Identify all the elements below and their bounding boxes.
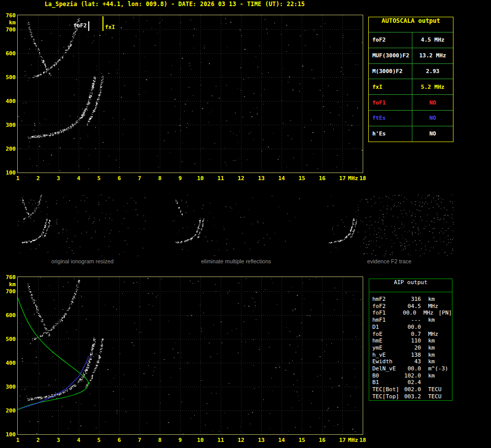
- x-tick-label: 8: [154, 437, 166, 443]
- aip-parameter-unit: km: [428, 317, 435, 324]
- autoscala-parameter-value: NO: [412, 130, 453, 137]
- aip-parameter-name: h_vE: [372, 352, 401, 359]
- aip-parameter-unit: km: [428, 372, 435, 380]
- aip-parameter-name: B0: [372, 372, 401, 380]
- x-tick-label: 4: [73, 437, 85, 443]
- autoscala-parameter-label: M(3000)F2: [369, 64, 412, 79]
- aip-output-panel: AIP output hmF2316kmfoF204.5MHzfoF100.0M…: [369, 279, 452, 401]
- x-tick-label: 14: [275, 175, 288, 182]
- aip-parameter-unit: TECU: [428, 386, 442, 393]
- aip-parameter-unit: km: [428, 344, 435, 352]
- aip-row: Ewidth43km: [369, 358, 452, 365]
- autoscala-output-panel: AUTOSCALA output foF24.5 MHzMUF(3000)F21…: [368, 17, 453, 142]
- x-tick-label: 12: [235, 437, 247, 443]
- y-tick-label: 300: [1, 122, 16, 128]
- x-axis-unit-label: MHz: [345, 175, 361, 182]
- aip-parameter-name: Ewidth: [372, 358, 401, 365]
- x-tick-label: 6: [113, 175, 125, 182]
- aip-parameter-unit: MHz: [428, 331, 438, 338]
- aip-parameter-unit: MHz: [424, 309, 434, 317]
- x-axis-unit-label: MHz: [345, 437, 361, 443]
- y-tick-label: 600: [1, 50, 16, 57]
- autoscala-parameter-value: 2.93: [412, 68, 453, 75]
- x-tick-label: 11: [215, 175, 227, 182]
- aip-parameter-value: 110: [401, 337, 421, 344]
- aip-parameter-name: foE: [372, 331, 401, 338]
- x-tick-label: 9: [174, 175, 186, 182]
- aip-parameter-unit: km: [428, 352, 435, 359]
- ionogram-canvas-bottom: [17, 277, 363, 435]
- aip-parameter-unit: km: [428, 296, 435, 303]
- x-tick-label: 16: [316, 437, 328, 443]
- autoscala-parameter-value: NO: [412, 115, 453, 121]
- x-tick-label: 12: [235, 175, 247, 182]
- aip-parameter-name: hmF1: [372, 317, 401, 324]
- aip-parameter-value: 003.2: [401, 393, 421, 400]
- aip-parameter-value: 00.0: [401, 365, 421, 372]
- autoscala-parameter-label: ftEs: [369, 111, 412, 126]
- window-title: La_Spezia (lat: +44.1, lon: 009.8) - DAT…: [45, 1, 305, 8]
- autoscala-row: M(3000)F22.93: [369, 63, 453, 79]
- autoscala-row: foF1NO: [369, 94, 453, 110]
- x-tick-label: 10: [194, 437, 206, 443]
- aip-parameter-extra: [PN]: [439, 309, 452, 317]
- aip-parameter-name: foF2: [372, 303, 401, 310]
- aip-parameter-value: 0.7: [401, 331, 421, 338]
- autoscala-screen: La_Spezia (lat: +44.1, lon: 009.8) - DAT…: [0, 0, 491, 448]
- x-tick-label: 10: [194, 175, 206, 182]
- y-tick-label: 100: [1, 169, 16, 176]
- aip-output-title: AIP output: [369, 279, 452, 292]
- aip-row: B0102.0km: [369, 372, 452, 380]
- x-tick-label: 9: [174, 437, 186, 443]
- aip-parameter-unit: TECU: [428, 393, 442, 400]
- aip-parameter-value: 002.0: [401, 386, 421, 393]
- thumbnail-caption-eliminate: eliminate multiple reflections: [171, 258, 301, 264]
- x-tick-label: 15: [296, 175, 308, 182]
- aip-parameter-value: 43: [401, 358, 421, 365]
- autoscala-parameter-value: 4.5 MHz: [412, 37, 453, 43]
- x-tick-label: 2: [32, 175, 44, 182]
- x-tick-label: 6: [113, 437, 125, 443]
- x-tick-label: 13: [255, 437, 267, 443]
- aip-parameter-value: 316: [401, 296, 421, 303]
- y-tick-label: 760: [1, 12, 16, 19]
- x-tick-label: 7: [133, 175, 146, 182]
- aip-row: B102.4: [369, 379, 452, 386]
- x-tick-label: 5: [93, 175, 105, 182]
- x-tick-label: 5: [93, 437, 105, 443]
- aip-row: foF204.5MHz: [369, 303, 452, 310]
- aip-output-rows: hmF2316kmfoF204.5MHzfoF100.0MHz[PN]hmF1-…: [369, 292, 452, 400]
- y-tick-label: 500: [1, 336, 16, 342]
- autoscala-output-rows: foF24.5 MHzMUF(3000)F213.2 MHzM(3000)F22…: [369, 32, 453, 142]
- x-tick-label: 13: [255, 175, 267, 182]
- x-tick-label: 3: [52, 175, 64, 182]
- aip-parameter-value: 00.0: [398, 309, 416, 317]
- aip-parameter-value: 00.0: [401, 324, 421, 331]
- x-tick-label: 2: [32, 437, 44, 443]
- aip-parameter-unit: m^(-3): [428, 365, 448, 372]
- aip-row: TEC[Bot]002.0TECU: [369, 386, 452, 393]
- y-tick-label: 600: [1, 312, 16, 319]
- x-tick-label: 14: [275, 437, 288, 443]
- aip-row: hmF1---km: [369, 317, 452, 324]
- aip-parameter-name: D1: [372, 324, 401, 331]
- thumbnail-evidence-f2-trace: [325, 194, 454, 256]
- y-tick-label: 500: [1, 74, 16, 81]
- aip-parameter-value: 20: [401, 344, 421, 352]
- aip-row: h_vE138km: [369, 352, 452, 359]
- aip-row: foE0.7MHz: [369, 331, 452, 338]
- aip-parameter-name: TEC[Top]: [372, 393, 401, 400]
- y-tick-label: 760: [1, 274, 16, 281]
- aip-parameter-unit: km: [428, 337, 435, 344]
- thumbnail-caption-evidence: evidence F2 trace: [325, 258, 454, 264]
- thumbnail-caption-original: original ionogram resized: [18, 258, 147, 264]
- aip-parameter-unit: MHz: [428, 303, 438, 310]
- aip-parameter-unit: km: [428, 358, 435, 365]
- y-tick-label: 300: [1, 384, 16, 390]
- aip-row: hmE110km: [369, 337, 452, 344]
- autoscala-parameter-value: 13.2 MHz: [412, 52, 453, 59]
- autoscala-row: ftEsNO: [369, 110, 453, 126]
- x-tick-label: 11: [215, 437, 227, 443]
- aip-parameter-name: foF1: [372, 309, 398, 317]
- aip-row: hmF2316km: [369, 296, 452, 303]
